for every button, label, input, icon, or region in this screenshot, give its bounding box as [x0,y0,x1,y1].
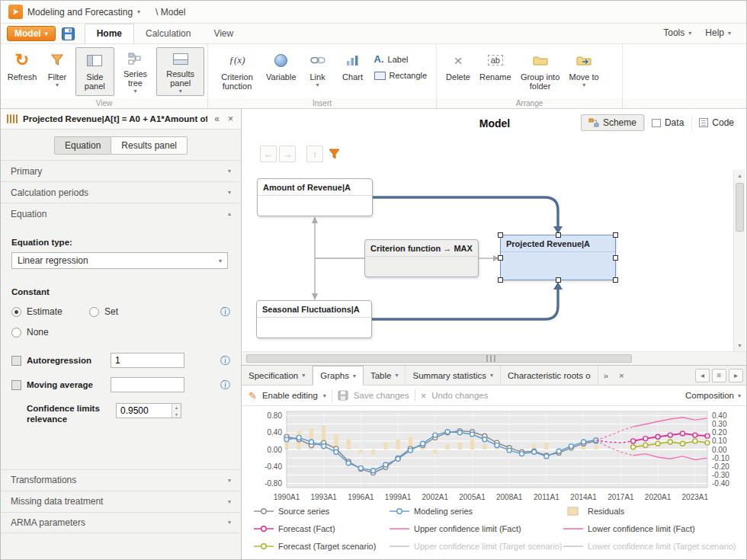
link-button[interactable]: Link ▾ [301,47,335,96]
results-chart[interactable]: 0.800.400.00-0.40-0.800.400.300.200.100.… [244,407,744,504]
legend-residuals[interactable]: Residuals [563,507,742,516]
node-seasonal-fluctuations[interactable]: Seasonal Fluctuations|A [256,300,372,338]
side-panel-button[interactable]: Side panel [75,47,114,96]
label-button[interactable]: A. Label [371,53,431,66]
node-criterion-function[interactable]: Criterion function → MAX [364,239,479,277]
help-menu[interactable]: Help▾ [705,27,731,38]
spin-up-icon[interactable]: ▲ [172,404,181,411]
refresh-button[interactable]: ↻ Refresh [5,47,39,96]
code-button[interactable]: Code [691,114,742,131]
chart-button[interactable]: Chart [336,47,370,96]
ribbon-tab-calculation[interactable]: Calculation [134,24,202,43]
results-panel-button[interactable]: Results panel ▾ [156,47,204,96]
section-primary[interactable]: Primary ▾ [1,160,241,181]
moving-average-input[interactable] [111,377,184,392]
selection-handle[interactable] [556,232,561,238]
spin-down-icon[interactable]: ▼ [172,411,181,418]
scrollbar-thumb[interactable] [736,183,744,232]
section-arma-parameters[interactable]: ARMA parameters ▾ [1,512,241,533]
rectangle-button[interactable]: Rectangle [371,70,431,81]
info-icon[interactable]: ⓘ [220,356,230,366]
legend-forecast-target[interactable]: Forecast (Target scenario) [254,542,390,551]
data-button[interactable]: Data [644,114,691,131]
selection-handle[interactable] [498,255,503,261]
radio-estimate[interactable]: Estimate [11,306,89,317]
legend-upper-confidence-target[interactable]: Upper confidence limit (Target scenario) [390,542,563,551]
selection-handle[interactable] [498,232,503,238]
delete-button[interactable]: × Delete [441,47,475,96]
selection-handle[interactable] [498,277,503,283]
autoregression-checkbox[interactable] [11,356,21,366]
radio-none[interactable]: None [11,327,49,338]
tab-characteristic-roots[interactable]: Characteristic roots o [501,366,598,385]
tab-summary-statistics[interactable]: Summary statistics ▾ [406,366,501,385]
tab-menu-icon[interactable]: ≡ [712,369,726,382]
collapse-panel-icon[interactable]: « [213,114,221,124]
tab-equation[interactable]: Equation [54,136,111,155]
filter-button[interactable]: Filter ▾ [40,47,74,96]
model-menu-button[interactable]: Model ▾ [7,26,56,41]
criterion-function-button[interactable]: ƒ(x) Criterion function [213,47,261,96]
legend-lower-confidence-target[interactable]: Lower confidence limit (Target scenario) [563,542,742,551]
close-tab-icon[interactable]: × [614,366,630,385]
selection-handle[interactable] [613,277,618,283]
save-changes-button[interactable]: Save changes [354,391,409,400]
move-to-button[interactable]: Move to ▾ [566,47,602,96]
legend-modeling-series[interactable]: Modeling series [390,507,563,516]
autoregression-input[interactable] [111,353,184,368]
legend-lower-confidence-fact[interactable]: Lower confidence limit (Fact) [563,524,742,533]
tools-menu[interactable]: Tools▾ [663,27,691,38]
chevron-down-icon[interactable]: ▾ [137,8,140,15]
undo-changes-button[interactable]: Undo changes [431,391,488,400]
tab-specification[interactable]: Specification ▾ [242,366,313,385]
variable-button[interactable]: Variable [263,47,300,96]
enable-editing-button[interactable]: Enable editing [262,391,318,400]
model-canvas[interactable]: Amount of Revenue|A Criterion function →… [242,170,735,351]
back-button[interactable]: ← [260,146,277,162]
scheme-button[interactable]: Scheme [581,114,644,131]
selection-handle[interactable] [613,255,618,261]
radio-set[interactable]: Set [89,306,118,317]
tab-overflow-icon[interactable]: » [598,366,614,385]
ribbon-tab-home[interactable]: Home [85,24,134,44]
info-icon[interactable]: ⓘ [220,380,230,390]
selection-handle[interactable] [613,232,618,238]
canvas-horizontal-scrollbar[interactable] [242,351,747,365]
info-icon[interactable]: ⓘ [220,307,230,317]
scrollbar-thumb[interactable] [246,354,632,363]
ribbon-tab-view[interactable]: View [202,24,245,43]
save-button[interactable] [60,26,77,41]
rename-button[interactable]: ab Rename [476,47,515,96]
tab-graphs[interactable]: Graphs ▾ [313,366,364,386]
legend-source-series[interactable]: Source series [254,507,390,516]
next-tab-icon[interactable]: ▸ [729,369,743,382]
legend-forecast-fact[interactable]: Forecast (Fact) [254,524,390,533]
section-equation[interactable]: Equation ▴ [1,203,241,224]
legend-upper-confidence-fact[interactable]: Upper confidence limit (Fact) [390,524,563,533]
composition-menu[interactable]: Composition ▾ [685,391,741,400]
forward-button[interactable]: → [279,146,296,162]
splitter-handle[interactable] [486,355,495,362]
series-tree-button[interactable]: Series tree ▾ [116,47,155,96]
selection-handle[interactable] [556,277,561,283]
close-panel-icon[interactable]: × [226,114,235,124]
section-missing-data[interactable]: Missing data treatment ▾ [1,491,241,512]
tab-table[interactable]: Table ▾ [364,366,406,385]
scroll-up-icon[interactable]: ▲ [734,170,745,181]
chart-legend: Source series Modeling series Residuals … [254,507,742,551]
chevron-down-icon[interactable]: ▾ [323,392,326,399]
section-calculation-periods[interactable]: Calculation periods ▾ [1,181,241,203]
prev-tab-icon[interactable]: ◂ [695,369,710,382]
group-into-folder-button[interactable]: Group into folder [516,47,565,96]
scroll-down-icon[interactable]: ▼ [734,340,745,351]
tab-results-panel[interactable]: Results panel [111,136,188,155]
node-projected-revenue[interactable]: Projected Revenue|A [500,235,616,280]
canvas-filter-button[interactable] [325,146,342,162]
canvas-vertical-scrollbar[interactable]: ▲ ▼ [733,170,745,351]
equation-type-select[interactable]: Linear regression ▾ [11,252,228,269]
moving-average-checkbox[interactable] [11,380,21,390]
app-title-menu[interactable]: Modeling and Forecasting [27,7,133,18]
section-transformations[interactable]: Transformations ▾ [1,469,241,491]
up-level-button[interactable]: ↑ [306,146,323,162]
node-amount-of-revenue[interactable]: Amount of Revenue|A [257,178,373,216]
